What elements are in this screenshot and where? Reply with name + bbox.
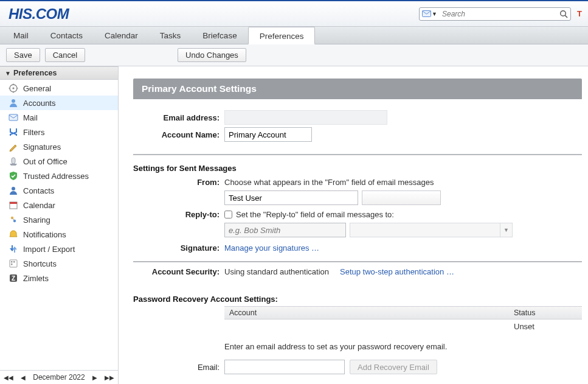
svg-line-2 [565, 15, 567, 18]
sidebar-item-label: Accounts [23, 99, 55, 108]
save-button[interactable]: Save [6, 48, 40, 62]
auth-status-text: Using standard authentication [224, 267, 329, 276]
panel-title: Primary Account Settings [133, 79, 582, 99]
gear-icon [9, 83, 18, 93]
user-initial: T [577, 9, 582, 18]
recovery-table-account-value [224, 319, 509, 333]
add-recovery-email-button[interactable]: Add Recovery Email [350, 360, 437, 374]
signature-label: Signature: [133, 243, 224, 253]
tab-preferences[interactable]: Preferences [248, 27, 316, 44]
sidebar-item-out-of-office[interactable]: Out of Office [0, 154, 118, 169]
main-nav: MailContactsCalendarTasksBriefcasePrefer… [0, 27, 588, 44]
svg-point-12 [12, 187, 15, 190]
sidebar-item-zimlets[interactable]: ZZimlets [0, 271, 118, 285]
sidebar-item-label: Zimlets [23, 274, 49, 283]
sidebar-item-label: Shortcuts [23, 259, 57, 268]
search-input[interactable] [440, 10, 559, 18]
cal-prev-month-icon[interactable]: ◀ [21, 374, 26, 381]
replyto-checkbox[interactable] [224, 211, 232, 218]
recovery-table-account-header: Account [224, 307, 509, 319]
import-export-icon [9, 244, 18, 254]
replyto-dropdown-icon: ▼ [500, 223, 512, 237]
recovery-email-label: Email: [133, 363, 224, 372]
svg-rect-10 [9, 114, 18, 120]
account-icon [9, 98, 18, 108]
sidebar-item-label: Out of Office [23, 157, 67, 166]
recovery-table-status-header: Status [509, 307, 582, 319]
sidebar-item-signatures[interactable]: Signatures [0, 139, 118, 154]
from-name-input[interactable] [224, 190, 358, 205]
zimlet-icon: Z [9, 273, 18, 283]
cancel-button[interactable]: Cancel [45, 48, 85, 62]
scope-dropdown-icon[interactable]: ▼ [432, 11, 437, 17]
collapse-icon: ▼ [5, 70, 11, 77]
replyto-email-input [350, 223, 500, 237]
out-of-office-icon [9, 156, 18, 166]
tab-calendar[interactable]: Calendar [94, 27, 149, 44]
sent-settings-header: Settings for Sent Messages [133, 159, 582, 175]
tab-tasks[interactable]: Tasks [149, 27, 192, 44]
sidebar-header-label: Preferences [13, 69, 57, 77]
recovery-hint: Enter an email address to set as your pa… [224, 333, 582, 357]
signature-icon [9, 142, 18, 152]
from-hint: Choose what appears in the "From" field … [224, 178, 441, 187]
sharing-icon [9, 215, 18, 225]
email-address-value [224, 110, 387, 125]
svg-rect-11 [12, 158, 15, 164]
tab-contacts[interactable]: Contacts [40, 27, 94, 44]
svg-rect-19 [11, 261, 13, 263]
replyto-checkbox-label: Set the "Reply-to" field of email messag… [236, 210, 394, 219]
sidebar-item-trusted-addresses[interactable]: Trusted Addresses [0, 169, 118, 183]
svg-rect-20 [13, 261, 15, 263]
brand-logo: HIS.COM [9, 5, 69, 23]
contacts-icon [9, 186, 18, 195]
email-address-label: Email address: [133, 113, 224, 122]
svg-point-4 [12, 87, 14, 89]
sidebar-item-notifications[interactable]: Notifications [0, 227, 118, 242]
recovery-email-input[interactable] [224, 360, 345, 374]
keyboard-icon [9, 259, 18, 268]
undo-changes-button[interactable]: Undo Changes [178, 48, 246, 62]
sidebar-item-label: Sharing [23, 215, 50, 225]
filter-icon [9, 127, 18, 137]
bell-icon [9, 229, 18, 239]
sidebar-item-label: Signatures [23, 142, 61, 152]
account-name-label: Account Name: [133, 130, 224, 139]
sidebar-item-accounts[interactable]: Accounts [0, 96, 118, 110]
svg-point-1 [561, 10, 566, 16]
tab-mail[interactable]: Mail [2, 27, 40, 44]
tab-briefcase[interactable]: Briefcase [192, 27, 247, 44]
calendar-icon [9, 200, 18, 210]
sidebar-item-filters[interactable]: Filters [0, 125, 118, 139]
sidebar-item-calendar[interactable]: Calendar [0, 198, 118, 212]
sidebar-item-sharing[interactable]: Sharing [0, 212, 118, 227]
main-content: Primary Account Settings Email address: … [119, 66, 588, 384]
two-step-auth-link[interactable]: Setup two-step authentication … [340, 267, 454, 276]
svg-point-9 [12, 99, 15, 103]
sidebar-item-shortcuts[interactable]: Shortcuts [0, 256, 118, 271]
preferences-tree-header[interactable]: ▼ Preferences [0, 66, 118, 80]
sidebar-item-import-export[interactable]: Import / Export [0, 242, 118, 256]
sidebar-item-label: Mail [23, 113, 38, 122]
account-name-input[interactable] [224, 127, 312, 142]
cal-next-year-icon[interactable]: ▶▶ [105, 374, 114, 381]
sidebar-item-label: Contacts [23, 186, 54, 195]
recovery-table-status-value: Unset [509, 319, 582, 333]
cal-prev-year-icon[interactable]: ◀◀ [4, 374, 13, 381]
password-recovery-header: Password Recovery Account Settings: [133, 290, 582, 306]
sidebar-item-label: Trusted Addresses [23, 172, 89, 181]
search-icon[interactable] [559, 10, 568, 18]
from-label: From: [133, 178, 224, 187]
cal-next-month-icon[interactable]: ▶ [92, 374, 97, 381]
sidebar-item-label: Filters [23, 128, 44, 137]
sidebar-item-general[interactable]: General [0, 81, 118, 96]
sidebar-item-mail[interactable]: Mail [0, 110, 118, 125]
replyto-name-input [224, 223, 346, 237]
from-email-select[interactable] [362, 190, 441, 205]
manage-signatures-link[interactable]: Manage your signatures … [224, 243, 319, 253]
sidebar-item-contacts[interactable]: Contacts [0, 183, 118, 198]
account-security-label: Account Security: [133, 267, 224, 276]
mail-icon [9, 113, 18, 122]
search-field[interactable]: ▼ [419, 7, 571, 21]
sidebar-item-label: Notifications [23, 230, 66, 239]
